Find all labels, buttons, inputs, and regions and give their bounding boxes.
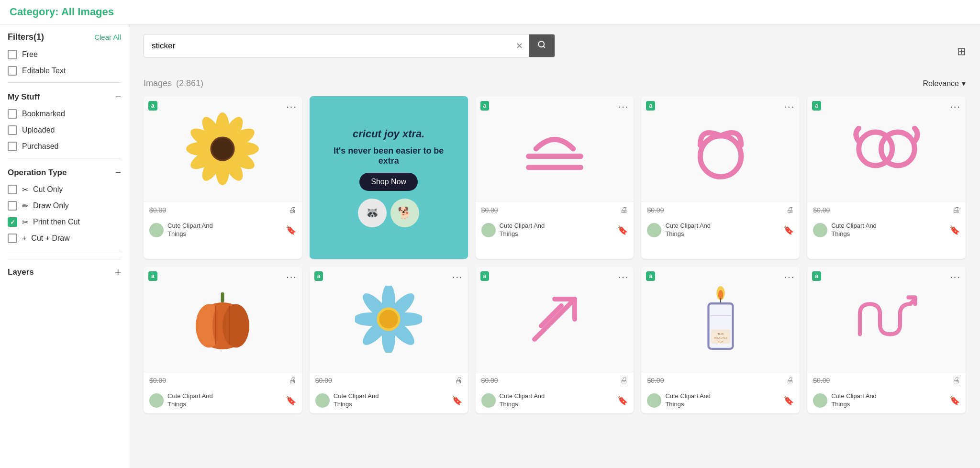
print-icon-pumpkin[interactable]: 🖨	[289, 376, 296, 385]
print-icon-daisy[interactable]: 🖨	[455, 376, 462, 385]
card-bottom-scorpio: $0.00 🖨	[807, 372, 966, 390]
filters-title: Filters(1)	[8, 32, 44, 42]
clear-all-button[interactable]: Clear All	[94, 33, 121, 41]
card-top-daisy: a ···	[310, 267, 468, 372]
card-image-sunflower	[144, 96, 302, 201]
card-price-taurus: $0.00	[647, 206, 664, 214]
filter-draw-only[interactable]: ✏ Draw Only	[8, 201, 121, 211]
pumpkin-svg	[189, 286, 256, 353]
bookmark-icon-sagittarius[interactable]: 🔖	[617, 395, 628, 406]
print-icon-cancer[interactable]: 🖨	[952, 206, 960, 214]
grid-view-toggle[interactable]: ⊞	[957, 45, 966, 58]
cut-draw-checkbox[interactable]	[8, 234, 17, 243]
relevance-select[interactable]: Relevance ▾	[923, 79, 966, 88]
bookmark-icon-candle[interactable]: 🔖	[783, 395, 794, 406]
creator-avatar-scorpio	[813, 393, 827, 408]
bookmark-icon-cancer[interactable]: 🔖	[949, 225, 960, 235]
search-clear-button[interactable]: ✕	[510, 41, 529, 51]
image-card-ad[interactable]: cricut joy xtra. It's never been easier …	[310, 96, 468, 259]
card-creator-pumpkin: Cute Clipart AndThings 🔖	[144, 390, 302, 413]
card-more-scorpio[interactable]: ···	[950, 271, 961, 282]
search-button[interactable]	[529, 34, 555, 57]
card-image-scorpio	[807, 267, 966, 372]
bookmark-icon-libra[interactable]: 🔖	[617, 225, 628, 235]
filter-cut-draw[interactable]: + Cut + Draw	[8, 234, 121, 243]
ad-shop-button[interactable]: Shop Now	[359, 173, 418, 191]
bookmark-icon-daisy[interactable]: 🔖	[452, 395, 462, 406]
image-card-cancer[interactable]: a ··· $0.00 🖨 Cute Clipart AndThings	[807, 96, 966, 259]
images-grid: a ··· $0.00 🖨 Cute Clipart AndThings	[144, 96, 966, 413]
image-card-daisy[interactable]: a ··· $0.00 🖨 Cute Clipart AndThings	[310, 267, 468, 413]
operation-type-toggle[interactable]: −	[115, 167, 121, 178]
bookmark-icon-scorpio[interactable]: 🔖	[949, 395, 960, 406]
card-price-daisy: $0.00	[315, 377, 332, 384]
bookmark-icon-taurus[interactable]: 🔖	[783, 225, 794, 235]
card-bottom-taurus: $0.00 🖨	[641, 201, 800, 219]
layers-add-button[interactable]: +	[115, 266, 121, 279]
results-header: Images (2,861) Relevance ▾	[144, 78, 966, 89]
print-icon-sagittarius[interactable]: 🖨	[620, 376, 628, 385]
card-price-candle: $0.00	[647, 377, 664, 384]
image-card-pumpkin[interactable]: a ··· $0.00 🖨 Cute Clipart AndThings	[144, 267, 302, 413]
cut-only-checkbox[interactable]	[8, 185, 17, 194]
uploaded-checkbox[interactable]	[8, 125, 17, 135]
filter-uploaded[interactable]: Uploaded	[8, 125, 121, 135]
my-stuff-toggle[interactable]: −	[115, 91, 121, 102]
print-then-cut-checkbox[interactable]	[8, 217, 17, 227]
filter-bookmarked[interactable]: Bookmarked	[8, 109, 121, 119]
draw-only-icon: ✏	[22, 201, 28, 211]
image-card-candle[interactable]: THIS PREACHER BOY a ··· $0.00 🖨	[641, 267, 800, 413]
image-card-scorpio[interactable]: a ··· $0.00 🖨 Cute Clipart AndThings	[807, 267, 966, 413]
layers-section: Layers +	[8, 259, 121, 279]
card-more-daisy[interactable]: ···	[452, 271, 463, 282]
print-icon-scorpio[interactable]: 🖨	[952, 376, 960, 385]
creator-name-scorpio: Cute Clipart AndThings	[831, 392, 877, 409]
print-icon-libra[interactable]: 🖨	[620, 206, 628, 214]
creator-info-sagittarius: Cute Clipart AndThings	[481, 392, 545, 409]
category-title: Category: All Images	[10, 6, 114, 18]
filter-editable-text[interactable]: Editable Text	[8, 66, 121, 76]
card-more-libra[interactable]: ···	[618, 101, 629, 112]
print-icon-sunflower[interactable]: 🖨	[289, 206, 296, 214]
image-card-sagittarius[interactable]: a ··· $0.00 🖨 Cute Clipart AndThings	[476, 267, 634, 413]
card-more-cancer[interactable]: ···	[950, 101, 961, 112]
creator-name-cancer: Cute Clipart AndThings	[831, 222, 877, 238]
svg-rect-21	[221, 292, 224, 302]
filter-cut-only[interactable]: ✂ Cut Only	[8, 185, 121, 194]
card-creator-cancer: Cute Clipart AndThings 🔖	[807, 219, 966, 243]
draw-only-checkbox[interactable]	[8, 201, 17, 211]
card-more-sagittarius[interactable]: ···	[618, 271, 629, 282]
editable-text-checkbox[interactable]	[8, 66, 17, 76]
card-top-sagittarius: a ···	[476, 267, 634, 372]
free-checkbox[interactable]	[8, 50, 17, 59]
top-bar: Category: All Images	[0, 0, 980, 24]
print-icon-candle[interactable]: 🖨	[786, 376, 794, 385]
creator-info-candle: Cute Clipart AndThings	[647, 392, 711, 409]
taurus-svg	[682, 115, 759, 182]
ad-circle-1: 🦝	[358, 199, 387, 227]
creator-name-candle: Cute Clipart AndThings	[665, 392, 711, 409]
svg-line-1	[543, 46, 545, 47]
card-bottom-sunflower: $0.00 🖨	[144, 201, 302, 219]
card-more-candle[interactable]: ···	[784, 271, 795, 282]
card-more-pumpkin[interactable]: ···	[286, 271, 297, 282]
purchased-checkbox[interactable]	[8, 142, 17, 151]
filter-purchased[interactable]: Purchased	[8, 142, 121, 151]
card-more-taurus[interactable]: ···	[784, 101, 795, 112]
ad-images: 🦝 🐕	[358, 199, 419, 227]
card-price-cancer: $0.00	[813, 206, 830, 214]
image-card-taurus[interactable]: a ··· $0.00 🖨 Cute Clipart AndThings	[641, 96, 800, 259]
ad-logo: cricut joy xtra.	[353, 128, 424, 140]
image-card-libra[interactable]: a ··· $0.00 🖨 Cute Clipart AndThings	[476, 96, 634, 259]
filter-free[interactable]: Free	[8, 50, 121, 59]
bookmark-icon-pumpkin[interactable]: 🔖	[286, 395, 296, 406]
filter-print-then-cut[interactable]: ✂ Print then Cut	[8, 217, 121, 227]
card-more-sunflower[interactable]: ···	[286, 101, 297, 112]
print-icon-taurus[interactable]: 🖨	[786, 206, 794, 214]
search-input[interactable]	[144, 35, 510, 56]
card-badge-pumpkin: a	[148, 271, 157, 281]
bookmarked-checkbox[interactable]	[8, 109, 17, 119]
svg-point-18	[700, 136, 741, 177]
image-card-sunflower[interactable]: a ··· $0.00 🖨 Cute Clipart AndThings	[144, 96, 302, 259]
bookmark-icon-sunflower[interactable]: 🔖	[286, 225, 296, 235]
